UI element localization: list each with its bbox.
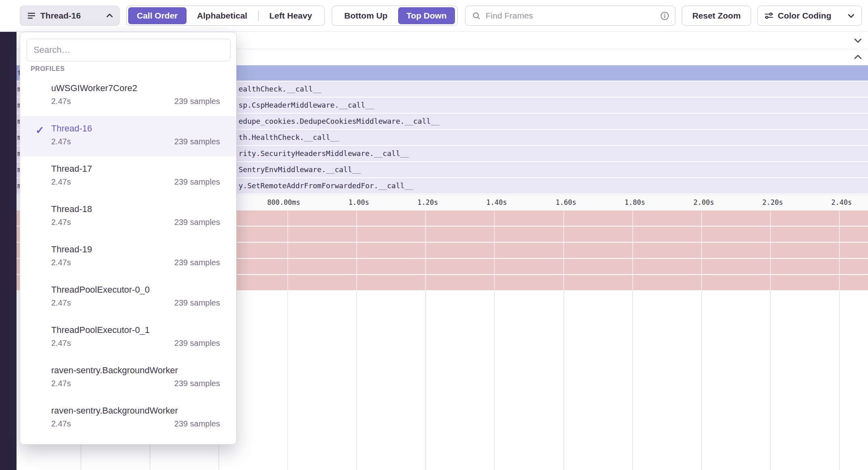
profile-subline: 2.47s239 samples: [51, 336, 220, 350]
expand-section-toggle[interactable]: [853, 52, 863, 62]
direction-segmented-control: Bottom Up Top Down: [332, 6, 458, 26]
color-coding-button[interactable]: Color Coding: [757, 6, 862, 26]
axis-tick-label: 1.40s: [486, 195, 507, 210]
flame-row-label: sp.CspHeaderMiddleware.__call__: [239, 98, 374, 113]
profile-duration: 2.47s: [51, 94, 71, 108]
chevron-up-icon: [853, 52, 863, 62]
reset-zoom-button[interactable]: Reset Zoom: [682, 6, 751, 26]
profile-subline: 2.47s239 samples: [51, 175, 220, 189]
profile-duration: 2.47s: [51, 256, 71, 269]
profile-name: Thread-16: [51, 123, 220, 135]
axis-tick-label: 1.60s: [556, 195, 576, 210]
check-icon: ✓: [35, 124, 44, 137]
thread-selector-label: Thread-16: [40, 11, 102, 21]
search-icon: [472, 11, 481, 20]
chevron-up-icon: [106, 12, 114, 20]
info-icon: [660, 11, 669, 21]
profile-subline: 2.47s239 samples: [51, 256, 220, 269]
profile-samples: 239 samples: [174, 135, 220, 148]
axis-tick-label: 1.00s: [349, 195, 369, 210]
profile-name: Thread-19: [51, 243, 220, 256]
chevron-down-icon: [847, 12, 855, 20]
profile-option[interactable]: ✓Thread-162.47s239 samples: [20, 116, 236, 156]
axis-tick-label: 800.00ms: [267, 195, 300, 210]
axis-tick-label: 1.20s: [417, 195, 438, 210]
profile-subline: 2.47s239 samples: [51, 296, 220, 310]
axis-tick-label: 2.40s: [831, 195, 852, 210]
color-coding-label: Color Coding: [778, 11, 831, 21]
find-frames-input[interactable]: [485, 10, 656, 21]
sort-segmented-control: Call Order Alphabetical Left Heavy: [126, 6, 325, 26]
flame-row-label: rity.SecurityHeadersMiddleware.__call__: [239, 146, 409, 161]
profile-duration: 2.47s: [51, 336, 71, 350]
profile-subline: 2.47s239 samples: [51, 94, 220, 108]
profile-subline: 2.47s239 samples: [51, 215, 220, 229]
profile-duration: 2.47s: [51, 175, 71, 189]
profile-option[interactable]: Thread-182.47s239 samples: [20, 197, 236, 237]
profile-name: ThreadPoolExecutor-0_1: [51, 324, 220, 336]
axis-tick-label: 2.20s: [762, 195, 783, 210]
profile-samples: 239 samples: [174, 215, 220, 229]
profile-duration: 2.47s: [51, 376, 71, 390]
profile-subline: 2.47s239 samples: [51, 376, 220, 390]
direction-option-top-down[interactable]: Top Down: [398, 7, 455, 24]
profile-subline: 2.47s239 samples: [51, 135, 220, 148]
axis-tick-label: 1.80s: [625, 195, 645, 210]
profile-option[interactable]: Thread-192.47s239 samples: [20, 237, 236, 277]
profile-name: raven-sentry.BackgroundWorker: [51, 405, 220, 417]
thread-dropdown-panel: PROFILES uWSGIWorker7Core22.47s239 sampl…: [20, 32, 237, 445]
direction-option-bottom-up[interactable]: Bottom Up: [334, 7, 398, 24]
flame-row-label: SentryEnvMiddleware.__call__: [239, 162, 361, 177]
find-frames-search: [465, 6, 675, 26]
profile-search-input[interactable]: [27, 39, 230, 61]
profile-name: ThreadPoolExecutor-0_0: [51, 284, 220, 296]
profile-duration: 2.47s: [51, 135, 71, 148]
profiles-section-label: PROFILES: [31, 65, 236, 73]
flame-row-label: y.SetRemoteAddrFromForwardedFor.__call__: [239, 178, 413, 193]
profiler-app: tmealthCheck.__call__msp.CspHeaderMiddle…: [0, 0, 868, 470]
profile-option[interactable]: raven-sentry.BackgroundWorker2.47s239 sa…: [20, 358, 236, 398]
profile-duration: 2.47s: [51, 417, 71, 430]
profile-option[interactable]: ThreadPoolExecutor-0_12.47s239 samples: [20, 318, 236, 358]
collapse-section-toggle[interactable]: [853, 35, 863, 46]
sidebar-rail: [0, 31, 17, 470]
profile-duration: 2.47s: [51, 296, 71, 310]
sliders-icon: [764, 11, 774, 21]
profile-duration: 2.47s: [51, 215, 71, 229]
sort-option-alphabetical[interactable]: Alphabetical: [187, 7, 258, 24]
axis-tick-label: 2.00s: [694, 195, 714, 210]
thread-selector-button[interactable]: Thread-16: [20, 6, 120, 26]
profile-samples: 239 samples: [174, 175, 220, 189]
profile-option[interactable]: uWSGIWorker7Core22.47s239 samples: [20, 76, 236, 116]
profile-subline: 2.47s239 samples: [51, 417, 220, 430]
profile-samples: 239 samples: [174, 256, 220, 269]
toolbar: Thread-16 Call Order Alphabetical Left H…: [0, 0, 868, 32]
profile-samples: 239 samples: [174, 94, 220, 108]
profile-samples: 239 samples: [174, 417, 220, 430]
flame-row-label: edupe_cookies.DedupeCookiesMiddleware.__…: [239, 114, 440, 129]
profile-samples: 239 samples: [174, 376, 220, 390]
profile-name: raven-sentry.BackgroundWorker: [51, 364, 220, 376]
sort-option-left-heavy[interactable]: Left Heavy: [259, 7, 323, 24]
profile-samples: 239 samples: [174, 336, 220, 350]
profile-list: uWSGIWorker7Core22.47s239 samples✓Thread…: [20, 76, 236, 439]
profile-name: Thread-18: [51, 203, 220, 215]
profile-name: Thread-17: [51, 163, 220, 175]
profile-option[interactable]: Thread-172.47s239 samples: [20, 156, 236, 197]
profile-option[interactable]: ThreadPoolExecutor-0_02.47s239 samples: [20, 277, 236, 318]
profile-samples: 239 samples: [174, 296, 220, 310]
profile-name: uWSGIWorker7Core2: [51, 82, 220, 94]
profile-option[interactable]: raven-sentry.BackgroundWorker2.47s239 sa…: [20, 398, 236, 439]
flame-row-label: th.HealthCheck.__call__: [239, 130, 339, 145]
chevron-down-icon: [853, 35, 863, 45]
thread-list-icon: [27, 11, 36, 21]
flame-row-label: ealthCheck.__call__: [239, 81, 322, 97]
sort-option-call-order[interactable]: Call Order: [128, 7, 187, 24]
